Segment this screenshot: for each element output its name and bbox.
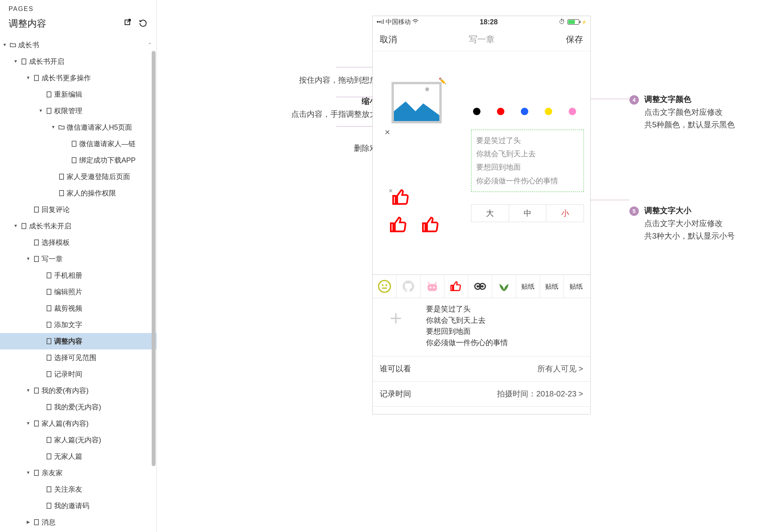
sticker-smile[interactable]	[373, 275, 397, 298]
image-placeholder-hills	[394, 98, 439, 121]
page-icon	[44, 401, 54, 413]
page-icon	[19, 55, 29, 68]
tree-bind-dl[interactable]: 绑定成功下载APP	[0, 152, 156, 168]
tree-family-login[interactable]: 家人受邀登陆后页面	[0, 168, 156, 185]
status-right: ⏱ ⚡	[559, 18, 586, 25]
share-icon[interactable]	[123, 18, 133, 29]
svg-rect-22	[47, 437, 51, 443]
tree-my-love-no[interactable]: 我的爱(无内容)	[0, 399, 156, 415]
tree-crop-video[interactable]: 裁剪视频	[0, 300, 156, 317]
image-element[interactable]	[392, 82, 442, 123]
refresh-icon[interactable]	[138, 18, 148, 29]
add-button[interactable]: ＋	[380, 304, 412, 348]
sticker-tab[interactable]: 贴纸	[540, 275, 564, 298]
tree-open[interactable]: ▼成长书开启	[0, 53, 156, 70]
phone-mockup: ••ıl 中国移动 18:28 ⏱ ⚡ 取消 写一章 保存 ✏️ ✕	[372, 16, 591, 414]
page-icon	[44, 105, 54, 117]
scrollbar[interactable]	[151, 43, 156, 529]
size-small[interactable]: 小	[546, 205, 584, 222]
svg-rect-15	[47, 322, 51, 328]
tree-select-range[interactable]: 选择可见范围	[0, 349, 156, 366]
page-icon	[31, 72, 42, 84]
tree-invite-link[interactable]: 微信邀请家人—链	[0, 136, 156, 152]
sidebar: PAGES 调整内容 ▼成长书⌃ ▼成长书开启 ▼成长书更多操作 重新编辑 ▼权…	[0, 0, 157, 532]
page-icon	[31, 516, 42, 528]
delete-icon[interactable]: ✕	[384, 128, 390, 137]
edit-handle-icon[interactable]: ✏️	[439, 77, 446, 85]
page-icon	[44, 88, 54, 101]
color-black[interactable]	[473, 108, 480, 115]
tree-family-perm[interactable]: 家人的操作权限	[0, 185, 156, 201]
tree-more-ops[interactable]: ▼成长书更多操作	[0, 70, 156, 86]
tree-follow[interactable]: 关注亲友	[0, 481, 156, 498]
svg-rect-6	[60, 174, 64, 179]
cancel-button[interactable]: 取消	[380, 34, 397, 45]
svg-rect-8	[34, 207, 39, 212]
sticker-leaf[interactable]	[492, 275, 516, 298]
color-yellow[interactable]	[545, 108, 552, 115]
status-time: 18:28	[480, 18, 498, 26]
tree-my-invite[interactable]: 我的邀请码	[0, 498, 156, 514]
text-element[interactable]: 要是笑过了头 你就会飞到天上去 要想回到地面 你必须做一件伤心的事情	[471, 130, 584, 192]
nav-title: 写一章	[469, 34, 495, 45]
size-large[interactable]: 大	[471, 205, 509, 222]
sticker-bar: 贴纸 贴纸 贴纸	[373, 275, 590, 298]
tree-adjust[interactable]: 调整内容	[0, 333, 156, 349]
size-medium[interactable]: 中	[509, 205, 546, 222]
annotation-desc: 点击文字颜色对应修改 共5种颜色，默认显示黑色	[644, 106, 735, 131]
tree-family-sec[interactable]: ▼家人篇(有内容)	[0, 415, 156, 432]
tree-friends[interactable]: ▼亲友家	[0, 465, 156, 481]
color-red[interactable]	[497, 108, 504, 115]
folder-icon	[8, 39, 18, 51]
thumb-up-icon[interactable]	[389, 215, 409, 235]
sticker-pig[interactable]	[421, 275, 444, 298]
tree-my-love[interactable]: ▼我的爱(有内容)	[0, 382, 156, 399]
signal-icon: ••ıl	[377, 18, 384, 25]
color-blue[interactable]	[521, 108, 528, 115]
svg-rect-27	[34, 519, 39, 525]
svg-rect-20	[47, 404, 51, 410]
status-bar: ••ıl 中国移动 18:28 ⏱ ⚡	[373, 16, 590, 28]
scrollbar-thumb[interactable]	[152, 51, 156, 466]
sticker-owl[interactable]	[468, 275, 492, 298]
svg-rect-14	[47, 306, 51, 311]
visibility-row[interactable]: 谁可以看 所有人可见 >	[373, 356, 590, 382]
tree-record-time[interactable]: 记录时间	[0, 366, 156, 382]
page-icon	[31, 203, 42, 216]
sticker-thumb[interactable]	[444, 275, 468, 298]
summary-line: 要想回到地面	[426, 326, 508, 337]
svg-rect-3	[47, 108, 51, 114]
sticker-tab[interactable]: 贴纸	[516, 275, 540, 298]
sticker-github[interactable]	[397, 275, 421, 298]
tree-msg[interactable]: ▶消息	[0, 514, 156, 530]
tree-select-tpl[interactable]: 选择模板	[0, 234, 156, 251]
tree-notopen[interactable]: ▼成长书未开启	[0, 218, 156, 234]
annotation-5: 5 调整文字大小 点击文字大小对应修改 共3种大小，默认显示小号	[629, 205, 735, 242]
text-line: 你就会飞到天上去	[476, 147, 579, 161]
sticker-tab[interactable]: 贴纸	[564, 275, 588, 298]
thumb-up-icon[interactable]	[392, 188, 411, 207]
tree-reply[interactable]: 回复评论	[0, 201, 156, 218]
tree-album[interactable]: 手机相册	[0, 267, 156, 284]
tree-no-family[interactable]: 无家人篇	[0, 448, 156, 465]
svg-rect-0	[22, 59, 26, 64]
tree-family-sec-no[interactable]: 家人篇(无内容)	[0, 432, 156, 448]
tree-root[interactable]: ▼成长书⌃	[0, 37, 156, 53]
page-icon	[56, 170, 67, 183]
thumb-up-icon[interactable]	[421, 215, 441, 235]
save-button[interactable]: 保存	[566, 34, 583, 45]
text-line: 你必须做一件伤心的事情	[476, 174, 579, 188]
tree-invite-h5[interactable]: ▼微信邀请家人H5页面	[0, 119, 156, 136]
summary-line: 要是笑过了头	[426, 304, 508, 315]
tree-reedit[interactable]: 重新编辑	[0, 86, 156, 103]
tree: ▼成长书⌃ ▼成长书开启 ▼成长书更多操作 重新编辑 ▼权限管理 ▼微信邀请家人…	[0, 37, 156, 532]
color-pink[interactable]	[569, 108, 576, 115]
svg-point-37	[481, 285, 484, 288]
tree-edit-photo[interactable]: 编辑照片	[0, 284, 156, 300]
record-time-row[interactable]: 记录时间 拍摄时间：2018-02-23 >	[373, 382, 590, 407]
tree-perm[interactable]: ▼权限管理	[0, 103, 156, 119]
edit-canvas[interactable]: ✏️ ✕ 要是笑过了头 你就会飞到天上去 要想回到地面 你必须做一件伤心的事情 …	[373, 51, 590, 275]
svg-point-36	[477, 285, 479, 288]
tree-write[interactable]: ▼写一章	[0, 251, 156, 267]
tree-add-text[interactable]: 添加文字	[0, 317, 156, 333]
